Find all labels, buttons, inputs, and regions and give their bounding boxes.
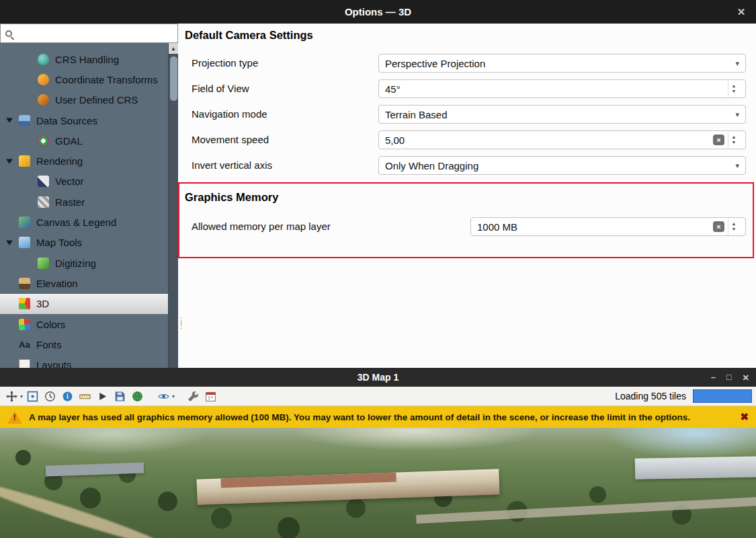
scrollbar-thumb[interactable] [170, 56, 177, 101]
map-tools-icon [19, 237, 30, 248]
invert-vertical-axis-combobox[interactable]: Only When Dragging ▾ [378, 156, 746, 175]
dialog-title: Options — 3D [345, 6, 411, 17]
projection-type-combobox[interactable]: Perspective Projection ▾ [378, 54, 746, 73]
save-image-icon[interactable] [112, 389, 128, 404]
sidebar-item-rendering[interactable]: Rendering [0, 151, 168, 171]
projection-type-label: Projection type [192, 54, 258, 73]
camera-settings-heading: Default Camera Settings [185, 29, 313, 42]
clear-value-icon[interactable]: × [713, 134, 724, 145]
sidebar-item-vector[interactable]: Vector [0, 171, 168, 192]
dropdown-arrow-icon[interactable]: ▾ [172, 393, 175, 399]
panel-splitter-handle[interactable]: ⋮⋮ [177, 318, 185, 328]
map-window-titlebar[interactable]: 3D Map 1 – □ ✕ [0, 368, 756, 387]
gdal-icon [38, 135, 49, 147]
sidebar-item-label: Raster [55, 196, 85, 208]
colors-icon [19, 319, 30, 330]
map-window-title: 3D Map 1 [358, 372, 398, 383]
building-right [635, 457, 756, 479]
invert-vertical-axis-label: Invert vertical axis [192, 156, 272, 175]
loading-progress-bar [693, 389, 752, 403]
elevation-icon [19, 278, 30, 289]
sidebar-item-crs-handling[interactable]: CRS Handling [0, 49, 168, 69]
sidebar-item-fonts[interactable]: Aa Fonts [0, 334, 168, 354]
clear-value-icon[interactable]: × [713, 221, 724, 232]
sidebar-item-label: Digitizing [55, 258, 96, 269]
expander-arrow-icon[interactable] [6, 240, 13, 245]
movement-speed-spinbox[interactable]: 5,00 × ▲▼ [378, 130, 746, 149]
map-3d-view[interactable] [0, 428, 756, 538]
building-left [45, 463, 144, 477]
identify-icon[interactable]: i [60, 389, 75, 404]
sidebar-item-raster[interactable]: Raster [0, 192, 168, 212]
sidebar-item-gdal[interactable]: GDAL [0, 130, 168, 151]
chevron-down-icon: ▾ [735, 59, 739, 68]
movement-speed-label: Movement speed [192, 130, 269, 149]
warning-message: A map layer has used all graphics memory… [29, 412, 690, 422]
invert-vertical-axis-value: Only When Dragging [385, 160, 478, 171]
camera-pose-icon[interactable] [156, 389, 171, 404]
zoom-full-icon[interactable] [25, 389, 40, 404]
map-3d-window: 3D Map 1 – □ ✕ ▾ i ▾ Loading 505 tiles [0, 368, 756, 538]
sidebar-item-label: Fonts [36, 339, 62, 350]
map-toolbar: ▾ i ▾ Loading 505 tiles [0, 387, 756, 406]
maximize-icon[interactable]: □ [726, 373, 732, 382]
digitizing-icon [38, 258, 49, 269]
settings-search-box [0, 24, 178, 43]
field-of-view-value: 45° [385, 83, 401, 95]
sidebar-item-data-sources[interactable]: Data Sources [0, 110, 168, 130]
navigation-mode-value: Terrain Based [385, 109, 448, 120]
sidebar-item-map-tools[interactable]: Map Tools [0, 233, 168, 253]
settings-wrench-icon[interactable] [185, 389, 201, 404]
coordinate-transforms-icon [38, 74, 49, 85]
graphics-memory-heading: Graphics Memory [185, 191, 278, 204]
3d-icon [19, 298, 30, 309]
export-scene-icon[interactable] [130, 389, 145, 404]
search-icon [5, 30, 12, 37]
settings-sidebar: CRS Handling Coordinate Transforms User … [0, 43, 168, 368]
grid-calendar-icon[interactable] [203, 389, 218, 404]
expander-arrow-icon[interactable] [6, 159, 13, 163]
svg-text:i: i [67, 393, 69, 400]
measure-icon[interactable] [77, 389, 93, 404]
sidebar-item-3d[interactable]: 3D [0, 294, 168, 314]
spinner-buttons[interactable]: ▲▼ [728, 218, 739, 235]
spinner-buttons[interactable]: ▲▼ [728, 80, 739, 98]
dialog-close-icon[interactable]: ✕ [733, 4, 749, 20]
sidebar-item-elevation[interactable]: Elevation [0, 273, 168, 293]
chevron-down-icon: ▾ [735, 161, 739, 170]
rendering-icon [19, 155, 30, 167]
sidebar-item-layouts[interactable]: Layouts [0, 354, 168, 368]
user-defined-crs-icon [38, 94, 49, 106]
navigation-mode-label: Navigation mode [192, 105, 267, 124]
sidebar-item-label: Rendering [36, 155, 83, 167]
scroll-up-icon[interactable]: ▲ [169, 43, 178, 54]
allowed-memory-spinbox[interactable]: 1000 MB × ▲▼ [470, 217, 746, 236]
field-of-view-spinbox[interactable]: 45° ▲▼ [378, 79, 746, 98]
minimize-icon[interactable]: – [711, 373, 716, 382]
dirt-trail [0, 477, 163, 538]
sidebar-item-label: GDAL [55, 135, 83, 147]
sidebar-item-canvas-legend[interactable]: Canvas & Legend [0, 212, 168, 232]
road [416, 495, 756, 524]
play-animation-icon[interactable] [95, 389, 110, 404]
sidebar-item-digitizing[interactable]: Digitizing [0, 253, 168, 273]
sidebar-item-label: Canvas & Legend [36, 217, 116, 228]
dropdown-arrow-icon[interactable]: ▾ [20, 393, 23, 399]
animation-clock-icon[interactable] [42, 389, 58, 404]
allowed-memory-label: Allowed memory per map layer [192, 217, 331, 236]
search-input[interactable] [17, 24, 177, 42]
pan-tool-icon[interactable] [4, 389, 19, 404]
raster-icon [38, 196, 49, 208]
warning-close-icon[interactable]: ✖ [740, 411, 749, 423]
close-icon[interactable]: ✕ [743, 373, 749, 383]
navigation-mode-combobox[interactable]: Terrain Based ▾ [378, 105, 746, 124]
loading-status-text: Loading 505 tiles [615, 391, 691, 401]
crs-handling-icon [38, 54, 49, 65]
sidebar-item-coordinate-transforms[interactable]: Coordinate Transforms [0, 69, 168, 89]
expander-arrow-icon[interactable] [6, 118, 13, 123]
graphics-memory-warning-bar: A map layer has used all graphics memory… [0, 406, 756, 428]
layouts-icon [19, 359, 30, 368]
spinner-buttons[interactable]: ▲▼ [728, 131, 739, 149]
sidebar-item-user-defined-crs[interactable]: User Defined CRS [0, 90, 168, 110]
sidebar-item-colors[interactable]: Colors [0, 314, 168, 334]
